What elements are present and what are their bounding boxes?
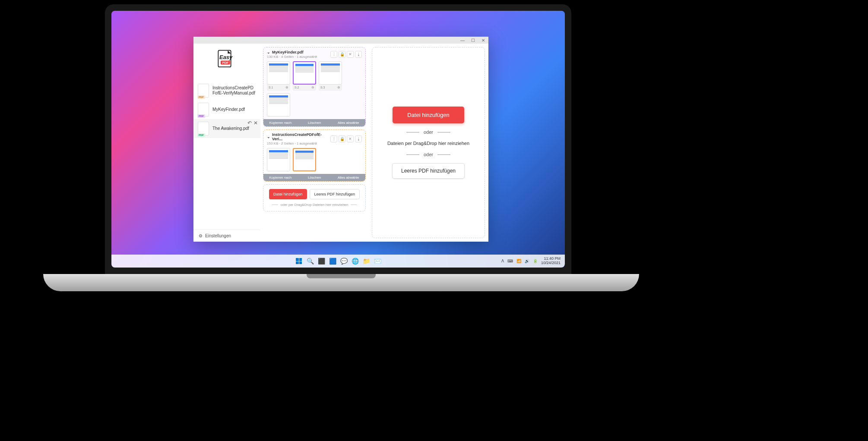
more-options-icon[interactable]: ⋮ <box>330 135 337 142</box>
titlebar: — ☐ ✕ <box>193 37 488 44</box>
svg-text:Easy: Easy <box>219 54 233 60</box>
svg-text:PDF: PDF <box>222 61 229 65</box>
volume-icon[interactable]: 🔊 <box>525 259 529 263</box>
close-file-icon[interactable]: ✕ <box>253 120 258 126</box>
file-thumb-icon: PDF <box>198 84 209 98</box>
settings-label: Einstellungen <box>205 233 231 238</box>
gear-icon: ⚙ <box>199 233 203 238</box>
deselect-all-button[interactable]: Alles abwähle <box>331 119 365 126</box>
document-title[interactable]: ⌄ MyKeyFinder.pdf <box>267 50 330 54</box>
download-icon[interactable]: ⭳ <box>355 51 362 58</box>
document-meta: 153 KB · 2 Seiten · 1 ausgewählt <box>267 142 330 145</box>
center-panel: ⌄ MyKeyFinder.pdf 130 KB · 4 Seiten · 1 … <box>260 44 368 242</box>
mail-icon[interactable]: ✉️ <box>374 257 381 265</box>
more-options-icon[interactable]: ⋮ <box>330 51 337 58</box>
battery-icon[interactable]: 🔋 <box>533 259 538 263</box>
document-card: ⌄ MyKeyFinder.pdf 130 KB · 4 Seiten · 1 … <box>263 47 366 127</box>
maximize-button[interactable]: ☐ <box>468 37 478 44</box>
download-icon[interactable]: ⭳ <box>355 135 362 142</box>
add-file-button[interactable]: Datei hinzufügen <box>393 107 464 123</box>
sidebar-file-item[interactable]: PDF InstructionsCreatePDFofE-VerifyManua… <box>193 81 260 100</box>
document-meta: 130 KB · 4 Seiten · 1 ausgewählt <box>267 55 330 59</box>
document-card: ⌄ InstructionsCreatePDFofE-Veri... 153 K… <box>263 129 366 182</box>
page-thumbnail[interactable] <box>293 148 316 171</box>
edge-icon[interactable]: 🌐 <box>351 257 359 265</box>
task-view-icon[interactable]: ⬛ <box>317 257 325 265</box>
add-empty-pdf-button-small[interactable]: Leeres PDF hinzufügen <box>310 189 360 199</box>
zoom-icon[interactable]: ⊕ <box>285 85 288 89</box>
page-label: S.2 <box>295 86 299 89</box>
pdf-badge: PDF <box>197 114 205 118</box>
widgets-icon[interactable]: 🟦 <box>329 257 336 265</box>
add-empty-pdf-button[interactable]: Leeres PDF hinzufügen <box>392 163 465 179</box>
page-thumbnail[interactable] <box>267 93 290 117</box>
tray-chevron-icon[interactable]: ᐱ <box>501 259 504 263</box>
easypdf-logo-icon: Easy PDF <box>215 49 239 72</box>
explorer-icon[interactable]: 📁 <box>362 257 370 265</box>
file-thumb-icon: PDF <box>198 103 209 117</box>
chat-icon[interactable]: 💬 <box>340 257 348 265</box>
file-name-label: InstructionsCreatePDFofE-VerifyManual.pd… <box>212 85 256 96</box>
sidebar-file-item[interactable]: PDF The Awakening.pdf ↶✕ <box>193 119 260 138</box>
deselect-all-button[interactable]: Alles abwähle <box>331 174 365 181</box>
clock[interactable]: 11:40 PM 10/24/2021 <box>541 257 561 265</box>
file-name-label: MyKeyFinder.pdf <box>212 107 245 112</box>
document-title[interactable]: ⌄ InstructionsCreatePDFofE-Veri... <box>267 132 330 141</box>
lock-icon[interactable]: 🔒 <box>339 51 345 58</box>
zoom-icon[interactable]: ⊕ <box>337 85 340 89</box>
remove-icon[interactable]: ✕ <box>347 51 354 58</box>
laptop-notch <box>307 274 376 278</box>
pdf-badge: PDF <box>197 95 205 99</box>
copy-to-button[interactable]: Kopieren nach <box>263 119 298 126</box>
drag-drop-hint: oder per Drag&Drop Dateien hier reinzieh… <box>267 203 362 207</box>
pdf-badge: PDF <box>197 133 205 137</box>
page-thumbnail[interactable]: S.2⊕ <box>293 61 316 91</box>
delete-button[interactable]: Löschen <box>298 119 332 126</box>
right-panel: Datei hinzufügen oder Dateien per Drag&D… <box>368 44 488 242</box>
or-separator-2: oder <box>406 152 450 157</box>
minimize-button[interactable]: — <box>457 37 468 44</box>
taskbar: 🔍 ⬛ 🟦 💬 🌐 📁 ✉️ ᐱ ⌨ 📶 🔊 🔋 11:40 PM 10/24/… <box>111 255 565 268</box>
file-name-label: The Awakening.pdf <box>212 126 249 131</box>
search-icon[interactable]: 🔍 <box>306 257 314 265</box>
start-button[interactable] <box>295 257 303 265</box>
or-separator-1: oder <box>406 129 450 135</box>
remove-icon[interactable]: ✕ <box>347 135 354 142</box>
settings-button[interactable]: ⚙ Einstellungen <box>193 230 260 242</box>
close-button[interactable]: ✕ <box>478 37 488 44</box>
chevron-down-icon: ⌄ <box>267 50 270 54</box>
sidebar-file-item[interactable]: PDF MyKeyFinder.pdf <box>193 100 260 119</box>
page-thumbnail[interactable]: S.1⊕ <box>267 61 290 91</box>
lock-icon[interactable]: 🔒 <box>339 135 345 142</box>
zoom-icon[interactable]: ⊕ <box>311 85 314 89</box>
sidebar: Easy PDF PDF InstructionsCreatePDFofE-Ve… <box>193 44 260 242</box>
page-thumbnail[interactable]: S.3⊕ <box>319 61 342 91</box>
undo-icon[interactable]: ↶ <box>247 120 252 126</box>
tray-keyboard-icon[interactable]: ⌨ <box>507 259 513 263</box>
delete-button[interactable]: Löschen <box>298 174 332 181</box>
laptop-frame: — ☐ ✕ Easy PDF <box>105 4 571 274</box>
drop-zone[interactable]: Datei hinzufügen oder Dateien per Drag&D… <box>372 47 485 238</box>
page-label: S.1 <box>269 86 273 89</box>
copy-to-button[interactable]: Kopieren nach <box>263 174 298 181</box>
file-thumb-icon: PDF <box>198 122 209 135</box>
easypdf-window: — ☐ ✕ Easy PDF <box>193 37 488 242</box>
wifi-icon[interactable]: 📶 <box>516 259 521 263</box>
page-thumbnail[interactable] <box>267 148 290 171</box>
page-label: S.3 <box>320 86 325 89</box>
add-file-button-small[interactable]: Datei hinzufügen <box>269 189 307 199</box>
logo-area: Easy PDF <box>193 44 260 81</box>
date-text: 10/24/2021 <box>541 261 561 265</box>
laptop-base <box>43 274 639 291</box>
add-document-card: Datei hinzufügen Leeres PDF hinzufügen o… <box>263 184 366 211</box>
chevron-down-icon: ⌄ <box>267 135 270 139</box>
desktop-screen: — ☐ ✕ Easy PDF <box>111 11 565 268</box>
drag-drop-text: Dateien per Drag&Drop hier reinziehen <box>387 141 469 146</box>
